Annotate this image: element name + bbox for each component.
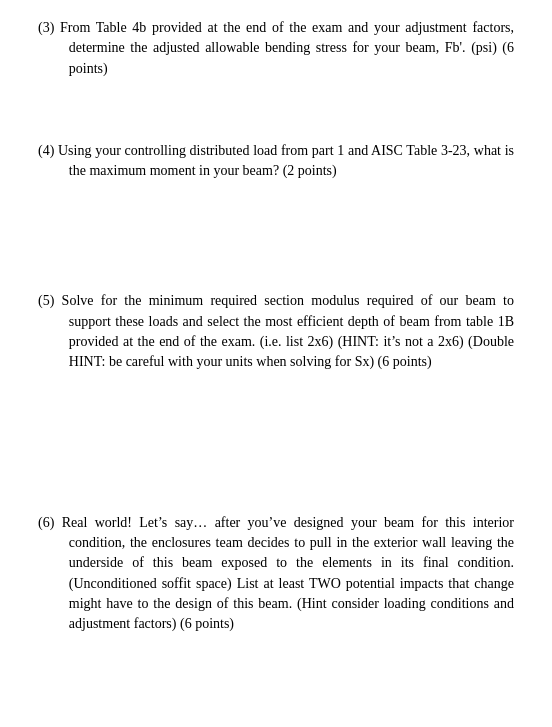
question-6-block: (6) Real world! Let’s say… after you’ve …: [38, 513, 514, 635]
question-3-block: (3) From Table 4b provided at the end of…: [38, 18, 514, 79]
page-container: (3) From Table 4b provided at the end of…: [0, 0, 552, 727]
spacer-after-q3: [38, 79, 514, 141]
question-3-text: (3) From Table 4b provided at the end of…: [38, 18, 514, 79]
question-5-block: (5) Solve for the minimum required secti…: [38, 291, 514, 372]
question-6-text: (6) Real world! Let’s say… after you’ve …: [38, 513, 514, 635]
question-4-text: (4) Using your controlling distributed l…: [38, 141, 514, 182]
spacer-after-q4: [38, 181, 514, 291]
question-5-text: (5) Solve for the minimum required secti…: [38, 291, 514, 372]
extra-spacer-q5: [38, 483, 514, 513]
spacer-after-q5: [38, 373, 514, 483]
question-4-block: (4) Using your controlling distributed l…: [38, 141, 514, 182]
